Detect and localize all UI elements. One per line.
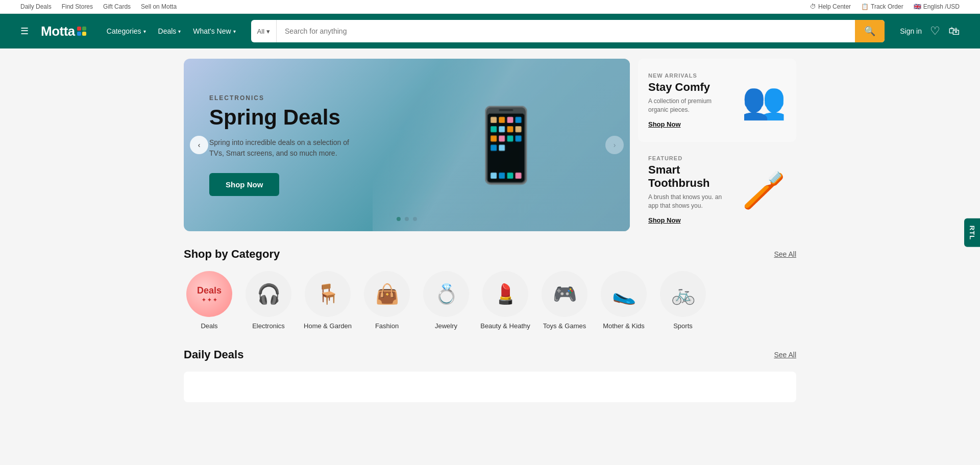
sports-circle: 🚲 [660, 271, 706, 317]
search-category-chevron: ▾ [266, 28, 270, 35]
search-button[interactable]: 🔍 [855, 20, 885, 42]
side-banner-2-desc: A brush that knows you. an app that show… [648, 193, 730, 210]
hero-banner: ELECTRONICS Spring Deals Spring into inc… [184, 59, 630, 231]
deals-chevron: ▾ [178, 29, 181, 34]
category-label-toys-games: Toys & Games [543, 322, 586, 330]
whats-new-chevron: ▾ [233, 29, 236, 34]
cart-icon[interactable]: 🛍 [948, 25, 960, 38]
mother-kids-circle: 🥿 [601, 271, 647, 317]
deals-nav[interactable]: Deals ▾ [153, 24, 186, 38]
categories-grid: Deals ✦ ✦ ✦ Deals 🎧 Electronics 🪑 Home &… [184, 271, 796, 334]
home-garden-circle: 🪑 [305, 271, 351, 317]
side-banner-2-title: Smart Toothbrush [648, 163, 742, 190]
hero-section: ELECTRONICS Spring Deals Spring into inc… [184, 59, 796, 231]
category-home-garden[interactable]: 🪑 Home & Garden [302, 271, 353, 330]
category-label-sports: Sports [673, 322, 693, 330]
wishlist-icon[interactable]: ♡ [930, 25, 940, 38]
jewelry-circle: 💍 [423, 271, 469, 317]
category-label-home-garden: Home & Garden [304, 322, 352, 330]
menu-icon[interactable]: ☰ [20, 26, 29, 37]
category-mother-kids[interactable]: 🥿 Mother & Kids [598, 271, 649, 330]
side-banner-1-desc: A collection of premium organic pieces. [648, 97, 730, 114]
search-input[interactable] [277, 20, 855, 42]
side-banner-1-badge: NEW ARRIVALS [648, 72, 730, 79]
category-electronics[interactable]: 🎧 Electronics [243, 271, 294, 330]
toys-games-circle: 🎮 [542, 271, 587, 317]
rtl-button[interactable]: RTL [964, 218, 980, 247]
category-label-jewelry: Jewelry [435, 322, 457, 330]
main-content: ELECTRONICS Spring Deals Spring into inc… [174, 48, 806, 412]
signin-link[interactable]: Sign in [900, 27, 922, 35]
hero-prev-button[interactable]: ‹ [190, 136, 208, 154]
fashion-icon: 👜 [375, 284, 399, 304]
track-order-link[interactable]: 📋 Track Order [861, 3, 903, 10]
category-label-fashion: Fashion [375, 322, 399, 330]
gift-cards-link[interactable]: Gift Cards [103, 3, 131, 10]
side-banners: NEW ARRIVALS Stay Comfy A collection of … [638, 59, 796, 231]
top-bar-left: Daily Deals Find Stores Gift Cards Sell … [20, 3, 177, 10]
beauty-circle: 💄 [482, 271, 528, 317]
daily-deals-placeholder [184, 372, 796, 402]
category-label-mother-kids: Mother & Kids [603, 322, 645, 330]
side-banner-1-link[interactable]: Shop Now [648, 120, 681, 128]
find-stores-link[interactable]: Find Stores [62, 3, 93, 10]
toys-games-icon: 🎮 [553, 284, 577, 304]
category-label-beauty: Beauty & Heathy [480, 322, 530, 330]
hero-product-image: 📱 [373, 59, 630, 231]
category-label-electronics: Electronics [252, 322, 285, 330]
shop-by-category-section: Shop by Category See All Deals ✦ ✦ ✦ Dea… [184, 248, 796, 334]
side-banner-featured: FEATURED Smart Toothbrush A brush that k… [638, 148, 796, 231]
sports-icon: 🚲 [671, 284, 695, 304]
side-banner-2-image: 🪥 [742, 169, 786, 211]
category-fashion[interactable]: 👜 Fashion [361, 271, 412, 330]
mother-kids-icon: 🥿 [612, 284, 636, 304]
logo-text: Motta [41, 23, 75, 39]
category-section-title: Shop by Category [184, 248, 280, 261]
top-bar-right: ⏱ Help Center 📋 Track Order 🇬🇧 English /… [810, 3, 960, 10]
categories-nav[interactable]: Categories ▾ [102, 24, 151, 38]
deals-label-circle: Deals [197, 285, 222, 296]
side-banner-1-title: Stay Comfy [648, 81, 730, 94]
language-selector[interactable]: 🇬🇧 English /USD [914, 3, 960, 10]
logo-icon [77, 27, 86, 36]
fashion-circle: 👜 [364, 271, 410, 317]
category-see-all[interactable]: See All [774, 250, 796, 258]
daily-deals-title: Daily Deals [184, 348, 243, 361]
header-actions: Sign in ♡ 🛍 [900, 25, 960, 38]
side-banner-1-content: NEW ARRIVALS Stay Comfy A collection of … [648, 72, 730, 129]
header: ☰ Motta Categories ▾ Deals ▾ What's New … [0, 14, 980, 48]
category-toys-games[interactable]: 🎮 Toys & Games [539, 271, 590, 330]
sell-on-motta-link[interactable]: Sell on Motta [141, 3, 177, 10]
electronics-icon: 🎧 [257, 284, 281, 304]
side-banner-2-content: FEATURED Smart Toothbrush A brush that k… [648, 155, 742, 225]
category-deals[interactable]: Deals ✦ ✦ ✦ Deals [184, 271, 235, 330]
categories-chevron: ▾ [143, 29, 146, 34]
daily-deals-see-all[interactable]: See All [774, 351, 796, 359]
electronics-circle: 🎧 [246, 271, 291, 317]
category-section-header: Shop by Category See All [184, 248, 796, 261]
home-garden-icon: 🪑 [316, 284, 340, 304]
daily-deals-section: Daily Deals See All [184, 348, 796, 402]
daily-deals-header: Daily Deals See All [184, 348, 796, 361]
hero-shop-now-button[interactable]: Shop Now [209, 173, 279, 196]
search-bar: All ▾ 🔍 [251, 20, 885, 42]
category-jewelry[interactable]: 💍 Jewelry [421, 271, 472, 330]
hero-description: Spring into incredible deals on a select… [209, 137, 352, 159]
side-banner-2-link[interactable]: Shop Now [648, 216, 681, 224]
help-center-link[interactable]: ⏱ Help Center [810, 3, 851, 10]
daily-deals-link[interactable]: Daily Deals [20, 3, 52, 10]
main-nav: Categories ▾ Deals ▾ What's New ▾ [102, 24, 241, 38]
top-bar: Daily Deals Find Stores Gift Cards Sell … [0, 0, 980, 14]
logo[interactable]: Motta [41, 23, 86, 39]
side-banner-1-image: 👥 [742, 80, 786, 121]
whats-new-nav[interactable]: What's New ▾ [188, 24, 240, 38]
jewelry-icon: 💍 [434, 284, 458, 304]
category-label-deals: Deals [201, 322, 217, 330]
beauty-icon: 💄 [494, 284, 518, 304]
deals-circle: Deals ✦ ✦ ✦ [186, 271, 232, 317]
side-banner-new-arrivals: NEW ARRIVALS Stay Comfy A collection of … [638, 59, 796, 142]
category-beauty[interactable]: 💄 Beauty & Heathy [480, 271, 531, 330]
search-category-dropdown[interactable]: All ▾ [251, 20, 277, 42]
side-banner-2-badge: FEATURED [648, 155, 742, 161]
category-sports[interactable]: 🚲 Sports [657, 271, 708, 330]
